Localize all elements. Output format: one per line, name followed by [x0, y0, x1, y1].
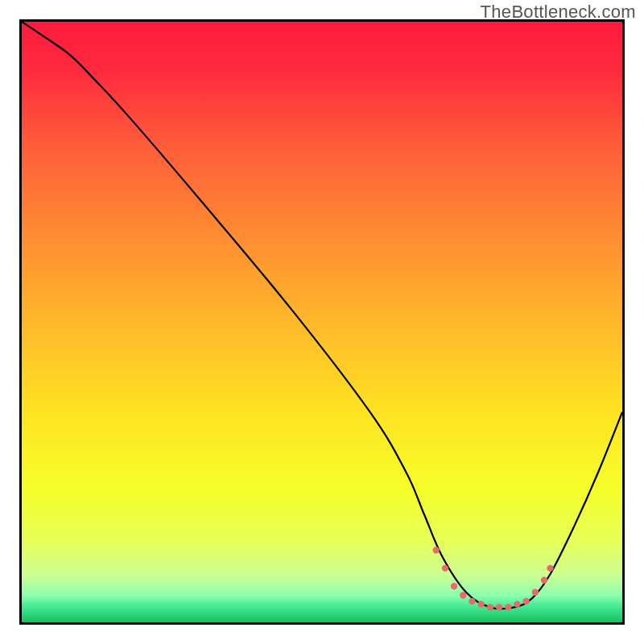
marker-dot	[532, 589, 539, 596]
marker-dot	[547, 565, 553, 572]
marker-dot	[442, 565, 448, 572]
marker-dot	[460, 592, 466, 598]
marker-dot	[487, 604, 493, 610]
watermark-text: TheBottleneck.com	[481, 2, 636, 23]
plot-svg	[22, 22, 622, 622]
marker-dot	[522, 598, 529, 605]
marker-dot	[541, 577, 547, 584]
marker-dot	[477, 601, 484, 607]
gradient-background	[22, 22, 622, 622]
plot-area	[22, 22, 622, 622]
marker-dot	[514, 601, 520, 607]
marker-dot	[469, 598, 475, 605]
chart-frame: TheBottleneck.com	[0, 0, 644, 644]
marker-dot	[496, 604, 502, 610]
marker-dot	[451, 583, 457, 589]
marker-dot	[505, 604, 511, 610]
marker-dot	[433, 547, 440, 553]
